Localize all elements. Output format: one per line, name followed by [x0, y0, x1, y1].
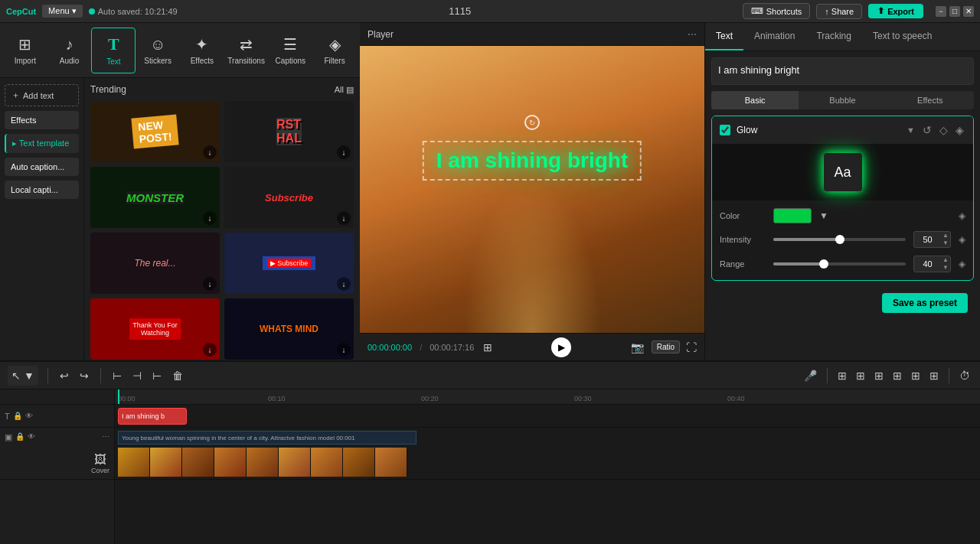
tool-import[interactable]: ⊞ Import [3, 28, 47, 73]
tool-effects[interactable]: ✦ Effects [180, 28, 224, 73]
intensity-up-arrow[interactable]: ▲ [941, 232, 950, 239]
trim-right-button[interactable]: ⊢ [150, 367, 164, 384]
color-swatch[interactable] [773, 208, 812, 223]
template-item[interactable]: RSTHAL ↓ [224, 101, 354, 162]
range-slider[interactable] [773, 262, 906, 265]
video-text-overlay[interactable]: I am shining bright [423, 141, 642, 181]
tl-add-button-4[interactable]: ⊞ [890, 367, 904, 384]
effect-enable-checkbox[interactable] [720, 125, 730, 135]
cover-button[interactable]: 🖼 Cover [90, 451, 111, 476]
play-button[interactable]: ▶ [551, 337, 571, 357]
select-tool-button[interactable]: ↖ ▼ [9, 367, 37, 384]
maximize-button[interactable]: □ [949, 6, 960, 17]
tl-add-button-2[interactable]: ⊞ [854, 367, 867, 384]
timeline-playhead[interactable] [118, 389, 119, 404]
timeline-area: ↖ ▼ ↩ ↪ ⊢ ⊣ ⊢ 🗑 🎤 ⊞ ⊞ ⊞ ⊞ ⊞ ⊞ ⏱ T 🔒 [0, 360, 980, 544]
range-value-input[interactable] [914, 259, 941, 269]
sidebar-text-template-button[interactable]: ▸ Text template [5, 134, 79, 153]
color-dropdown-button[interactable]: ▼ [819, 210, 828, 221]
tl-zoom-button[interactable]: ⏱ [957, 367, 972, 384]
cover-icon: 🖼 [94, 453, 106, 467]
template-item[interactable]: MONSTER ↓ [90, 167, 220, 228]
text-clip[interactable]: I am shining b [118, 408, 187, 425]
template-download-icon[interactable]: ↓ [203, 211, 217, 225]
mic-button[interactable]: 🎤 [802, 367, 819, 384]
effect-reset-button[interactable]: ↺ [921, 122, 933, 138]
player-menu-icon[interactable]: ⋯ [688, 29, 697, 40]
intensity-diamond-button[interactable]: ◈ [959, 234, 965, 245]
tl-add-button-5[interactable]: ⊞ [909, 367, 923, 384]
share-icon: ↑ [825, 7, 829, 16]
intensity-slider[interactable] [773, 238, 906, 241]
tl-add-button-6[interactable]: ⊞ [927, 367, 941, 384]
templates-header: Trending All ▤ [90, 84, 354, 95]
tab-animation[interactable]: Animation [743, 23, 805, 50]
tool-audio[interactable]: ♪ Audio [47, 28, 92, 73]
close-button[interactable]: ✕ [963, 6, 974, 17]
video-lock-icon: 🔒 [15, 432, 24, 441]
auto-caption-button[interactable]: Auto caption... [5, 158, 79, 176]
range-diamond-button[interactable]: ◈ [959, 259, 965, 269]
redo-button[interactable]: ↪ [77, 367, 91, 384]
trim-left-button[interactable]: ⊣ [130, 367, 144, 384]
fullscreen-button[interactable]: ⛶ [686, 341, 697, 353]
tab-text[interactable]: Text [705, 23, 743, 50]
video-rotate-handle[interactable]: ↻ [524, 115, 540, 130]
text-content-input[interactable]: I am shining bright [711, 57, 974, 85]
range-up-arrow[interactable]: ▲ [941, 256, 950, 264]
tool-captions[interactable]: ☰ Captions [268, 28, 312, 73]
template-download-icon[interactable]: ↓ [337, 343, 351, 357]
template-item[interactable]: WHATS MIND ↓ [224, 298, 354, 360]
share-button[interactable]: ↑ Share [816, 4, 862, 19]
range-down-arrow[interactable]: ▼ [941, 264, 950, 272]
tool-filters[interactable]: ◈ Filters [312, 28, 357, 73]
template-download-icon[interactable]: ↓ [203, 277, 217, 291]
template-download-icon[interactable]: ↓ [203, 145, 217, 159]
arrow-icon: ▸ [12, 138, 19, 148]
ratio-button[interactable]: Ratio [652, 340, 680, 353]
tool-stickers[interactable]: ☺ Stickers [136, 28, 180, 73]
template-download-icon[interactable]: ↓ [337, 211, 351, 225]
tool-text[interactable]: T Text [91, 28, 136, 73]
tab-tracking[interactable]: Tracking [805, 23, 862, 50]
template-item[interactable]: NEWPOST! ↓ [90, 101, 220, 162]
video-desc-clip[interactable]: Young beautiful woman spinning in the ce… [118, 431, 416, 445]
split-button[interactable]: ⊢ [110, 367, 124, 384]
menu-button[interactable]: Menu ▾ [42, 5, 83, 18]
grid-view-button[interactable]: ⊞ [482, 340, 494, 355]
intensity-down-arrow[interactable]: ▼ [941, 239, 950, 247]
tl-add-button-3[interactable]: ⊞ [872, 367, 886, 384]
save-preset-button[interactable]: Save as preset [882, 293, 968, 313]
local-caption-button[interactable]: Local capti... [5, 181, 79, 199]
template-item[interactable]: ▶ Subscribe ↓ [224, 233, 354, 294]
template-item[interactable]: Subscribe ↓ [224, 167, 354, 228]
undo-button[interactable]: ↩ [57, 367, 71, 384]
screenshot-button[interactable]: 📷 [629, 340, 645, 355]
tab-text-to-speech[interactable]: Text to speech [862, 23, 942, 50]
minimize-button[interactable]: － [936, 6, 946, 17]
tool-transitions[interactable]: ⇄ Transitions [224, 28, 269, 73]
sub-tab-basic[interactable]: Basic [711, 91, 799, 109]
color-diamond-button[interactable]: ◈ [959, 210, 965, 221]
sub-tab-bubble[interactable]: Bubble [799, 91, 886, 109]
template-download-icon[interactable]: ↓ [203, 343, 217, 357]
template-download-icon[interactable]: ↓ [337, 277, 351, 291]
templates-all-link[interactable]: All ▤ [335, 85, 354, 95]
add-text-button[interactable]: ＋ Add text [5, 84, 79, 106]
effect-expand-icon: ▼ [906, 125, 915, 135]
template-download-icon[interactable]: ↓ [337, 145, 351, 159]
sidebar-effects-button[interactable]: Effects [5, 111, 79, 129]
template-item[interactable]: The real... ↓ [90, 233, 220, 294]
timeline-main: T 🔒 👁 ▣ 🔒 👁 ⋯ 🖼 Cover 00:00 [0, 389, 980, 544]
sub-tab-effects[interactable]: Effects [887, 91, 974, 109]
intensity-arrows: ▲ ▼ [941, 232, 950, 247]
shortcuts-button[interactable]: ⌨ Shortcuts [743, 3, 810, 19]
tl-add-button-1[interactable]: ⊞ [835, 367, 849, 384]
effect-diamond-button[interactable]: ◈ [954, 122, 965, 138]
export-button[interactable]: ⬆ Export [868, 4, 923, 18]
template-item[interactable]: Thank You ForWatching ↓ [90, 298, 220, 360]
effect-copy-button[interactable]: ◇ [938, 122, 949, 138]
intensity-value-input[interactable] [914, 235, 941, 244]
text-icon: T [108, 34, 119, 54]
delete-button[interactable]: 🗑 [170, 367, 185, 384]
